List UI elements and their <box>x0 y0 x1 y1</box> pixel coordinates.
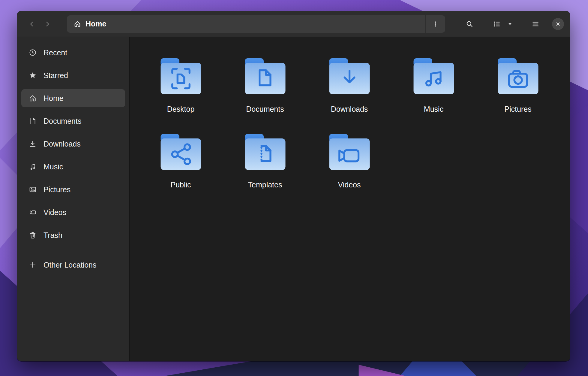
folder-desktop-icon <box>158 57 203 96</box>
close-icon <box>555 21 561 27</box>
sidebar-label: Home <box>44 94 64 103</box>
folder-downloads[interactable]: Downloads <box>307 57 392 132</box>
sidebar-label: Recent <box>44 48 67 57</box>
folder-pictures[interactable]: Pictures <box>476 57 560 132</box>
folder-desktop[interactable]: Desktop <box>139 57 223 132</box>
sidebar-item-documents[interactable]: Documents <box>21 112 125 130</box>
folder-label: Templates <box>248 180 282 189</box>
forward-button[interactable] <box>40 17 54 31</box>
back-button[interactable] <box>25 17 39 31</box>
caret-down-icon <box>507 21 513 27</box>
sidebar-label: Music <box>44 162 63 171</box>
folder-templates[interactable]: Templates <box>223 132 307 208</box>
sidebar-label: Other Locations <box>44 261 97 269</box>
trash-icon <box>28 231 37 239</box>
folder-documents-icon <box>243 57 288 96</box>
view-options-button[interactable] <box>505 17 515 31</box>
file-browser-content: Desktop Documents <box>130 37 570 361</box>
close-button[interactable] <box>552 18 564 30</box>
sidebar-label: Starred <box>44 71 68 80</box>
path-bar[interactable]: Home <box>67 15 425 33</box>
home-icon <box>74 20 81 28</box>
ellipsis-vertical-icon <box>432 20 439 28</box>
plus-icon <box>28 261 37 269</box>
folder-downloads-icon <box>327 57 372 96</box>
location-menu-button[interactable] <box>426 15 445 33</box>
headerbar: Home <box>17 11 570 37</box>
sidebar-label: Documents <box>44 117 81 126</box>
home-icon <box>28 94 37 102</box>
folder-documents[interactable]: Documents <box>223 57 307 132</box>
sidebar-label: Trash <box>44 231 62 240</box>
files-window: Home <box>17 11 570 361</box>
folder-label: Videos <box>338 180 361 189</box>
folder-label: Public <box>170 180 191 189</box>
sidebar-label: Pictures <box>44 185 70 194</box>
folder-label: Pictures <box>504 105 531 114</box>
sidebar-item-starred[interactable]: Starred <box>21 66 125 84</box>
folder-label: Documents <box>246 105 284 114</box>
star-icon <box>28 71 37 80</box>
folder-label: Desktop <box>167 105 195 114</box>
sidebar-item-recent[interactable]: Recent <box>21 44 125 62</box>
sidebar-label: Downloads <box>44 140 81 148</box>
folder-music-icon <box>411 57 456 96</box>
video-icon <box>28 208 37 217</box>
sidebar-separator <box>25 249 122 249</box>
search-icon <box>466 20 473 28</box>
sidebar-label: Videos <box>44 208 66 217</box>
folder-grid: Desktop Documents <box>130 37 570 208</box>
sidebar-item-pictures[interactable]: Pictures <box>21 180 125 199</box>
folder-music[interactable]: Music <box>392 57 476 132</box>
sidebar: Recent Starred Home <box>17 37 130 361</box>
document-icon <box>28 117 37 125</box>
hamburger-icon <box>532 20 539 28</box>
chevron-right-icon <box>44 20 51 28</box>
folder-public-icon <box>158 132 203 171</box>
list-view-icon <box>493 20 501 28</box>
current-location-label: Home <box>86 20 106 28</box>
picture-icon <box>28 185 37 194</box>
sidebar-item-downloads[interactable]: Downloads <box>21 135 125 153</box>
window-body: Recent Starred Home <box>17 37 570 361</box>
folder-label: Music <box>424 105 443 114</box>
sidebar-item-videos[interactable]: Videos <box>21 203 125 221</box>
clock-icon <box>28 48 37 57</box>
sidebar-item-music[interactable]: Music <box>21 158 125 176</box>
location-bar-group: Home <box>67 15 445 33</box>
folder-videos[interactable]: Videos <box>307 132 392 208</box>
sidebar-item-trash[interactable]: Trash <box>21 226 125 244</box>
folder-public[interactable]: Public <box>139 132 223 208</box>
folder-videos-icon <box>327 132 372 171</box>
chevron-left-icon <box>28 20 35 28</box>
download-icon <box>28 140 37 148</box>
view-split-button <box>489 17 515 31</box>
folder-label: Downloads <box>331 105 368 114</box>
search-button[interactable] <box>463 17 476 31</box>
folder-pictures-icon <box>496 57 541 96</box>
music-note-icon <box>28 162 37 171</box>
sidebar-item-home[interactable]: Home <box>21 89 125 107</box>
main-menu-button[interactable] <box>529 17 542 31</box>
list-view-toggle-button[interactable] <box>489 17 505 31</box>
sidebar-item-other-locations[interactable]: Other Locations <box>21 256 125 274</box>
folder-templates-icon <box>243 132 288 171</box>
